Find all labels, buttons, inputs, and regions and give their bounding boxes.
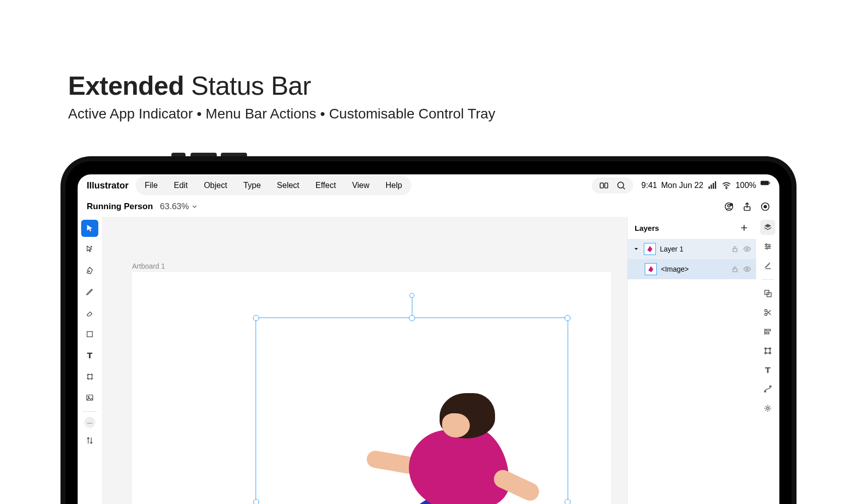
lock-icon[interactable] <box>731 265 739 273</box>
menu-view[interactable]: View <box>344 178 377 193</box>
person-face <box>442 413 470 437</box>
power-button <box>171 153 186 156</box>
running-person-artwork[interactable] <box>326 393 528 504</box>
settings-panel-button[interactable] <box>760 401 775 416</box>
svg-point-24 <box>746 268 748 270</box>
svg-point-27 <box>766 247 768 249</box>
status-time: 9:41 <box>641 181 657 190</box>
layers-title: Layers <box>635 224 659 232</box>
layers-header: Layers <box>628 217 756 239</box>
combine-shapes-button[interactable] <box>760 286 775 301</box>
layers-panel: Layers Layer 1 <Image> <box>627 217 756 504</box>
layer-thumbnail <box>645 263 657 275</box>
add-layer-button[interactable] <box>739 223 749 233</box>
menu-help[interactable]: Help <box>378 178 410 193</box>
right-toolbar-separator <box>762 279 774 280</box>
collaborate-icon[interactable] <box>724 202 734 212</box>
ipad-frame: Illustrator File Edit Object Type Select… <box>60 156 797 504</box>
page-subtitle: Active App Indicator • Menu Bar Actions … <box>68 106 496 122</box>
status-battery-pct: 100% <box>736 181 756 190</box>
tray-pill <box>592 177 633 194</box>
svg-point-41 <box>767 407 769 410</box>
layer-row[interactable]: Layer 1 <box>628 239 756 259</box>
layer-thumbnail <box>644 243 656 255</box>
transform-panel-button[interactable] <box>760 343 775 358</box>
handle-mid-right[interactable] <box>565 499 571 504</box>
svg-rect-3 <box>709 186 710 189</box>
cut-tool-button[interactable] <box>760 305 775 320</box>
pencil-tool[interactable] <box>81 283 98 300</box>
menu-effect[interactable]: Effect <box>308 178 344 193</box>
type-tool[interactable] <box>81 347 98 364</box>
svg-rect-5 <box>713 183 714 189</box>
page-title-rest: Status Bar <box>184 71 311 100</box>
pen-tool[interactable] <box>81 262 98 279</box>
handle-mid-left[interactable] <box>253 499 259 504</box>
volume-up-button <box>191 153 217 156</box>
direct-selection-tool[interactable] <box>81 241 98 258</box>
canvas[interactable]: Artboard 1 <box>102 217 627 504</box>
layers-panel-button[interactable] <box>760 220 775 235</box>
swap-fill-tool[interactable] <box>81 432 98 449</box>
visibility-icon[interactable] <box>743 245 751 253</box>
layer-name[interactable]: Layer 1 <box>660 245 684 253</box>
align-panel-button[interactable] <box>760 324 775 339</box>
eraser-tool[interactable] <box>81 304 98 322</box>
toolbar-separator <box>83 411 97 412</box>
multitask-icon[interactable] <box>599 180 609 191</box>
menu-file[interactable]: File <box>137 178 166 193</box>
status-date: Mon Jun 22 <box>661 181 703 190</box>
svg-point-16 <box>88 271 89 272</box>
svg-point-22 <box>746 248 748 250</box>
layer-name[interactable]: <Image> <box>661 265 689 273</box>
search-icon[interactable] <box>616 180 626 191</box>
visibility-icon[interactable] <box>743 265 751 273</box>
artboard-tool[interactable] <box>81 368 98 385</box>
svg-rect-21 <box>733 248 737 251</box>
shape-tool[interactable] <box>81 326 98 343</box>
svg-point-31 <box>765 309 767 312</box>
svg-rect-1 <box>605 183 608 188</box>
svg-point-30 <box>765 313 767 316</box>
precision-panel-button[interactable] <box>760 258 775 273</box>
path-panel-button[interactable] <box>760 382 775 397</box>
menu-pill: File Edit Object Type Select Effect View… <box>136 176 411 195</box>
svg-point-2 <box>618 182 624 188</box>
rotate-handle[interactable] <box>409 293 414 298</box>
zoom-value: 63.63% <box>160 202 189 212</box>
svg-rect-9 <box>769 182 770 184</box>
svg-point-26 <box>769 246 770 247</box>
menu-object[interactable]: Object <box>196 178 235 193</box>
left-toolbar: – <box>78 217 102 504</box>
volume-down-button <box>221 153 247 156</box>
handle-top-left[interactable] <box>253 315 259 321</box>
lock-icon[interactable] <box>731 245 739 253</box>
menu-edit[interactable]: Edit <box>166 178 196 193</box>
menu-select[interactable]: Select <box>269 178 307 193</box>
document-bar: Running Person 63.63% <box>78 197 779 217</box>
handle-top-right[interactable] <box>565 315 571 321</box>
properties-panel-button[interactable] <box>760 239 775 254</box>
svg-rect-33 <box>766 333 769 334</box>
type-panel-button[interactable] <box>760 362 775 377</box>
place-image-tool[interactable] <box>81 389 98 406</box>
selection-tool[interactable] <box>81 220 98 237</box>
view-mode-icon[interactable] <box>760 202 770 212</box>
screen: Illustrator File Edit Object Type Select… <box>78 174 779 504</box>
app-name[interactable]: Illustrator <box>87 180 129 191</box>
page-title: Extended Status Bar <box>68 71 311 101</box>
svg-rect-23 <box>733 269 737 272</box>
fill-stroke-indicator[interactable]: – <box>84 417 95 428</box>
menu-type[interactable]: Type <box>235 178 269 193</box>
chevron-down-icon <box>191 203 198 210</box>
share-icon[interactable] <box>742 202 752 212</box>
zoom-dropdown[interactable]: 63.63% <box>160 202 198 212</box>
layer-row[interactable]: <Image> <box>628 259 756 279</box>
status-tray[interactable]: 9:41 Mon Jun 22 100% <box>641 180 770 191</box>
svg-point-11 <box>728 205 730 207</box>
layer-disclosure-icon[interactable] <box>633 245 640 253</box>
handle-top-center[interactable] <box>409 315 415 321</box>
svg-rect-0 <box>600 183 604 188</box>
svg-point-12 <box>730 204 732 206</box>
document-name[interactable]: Running Person <box>87 202 153 212</box>
